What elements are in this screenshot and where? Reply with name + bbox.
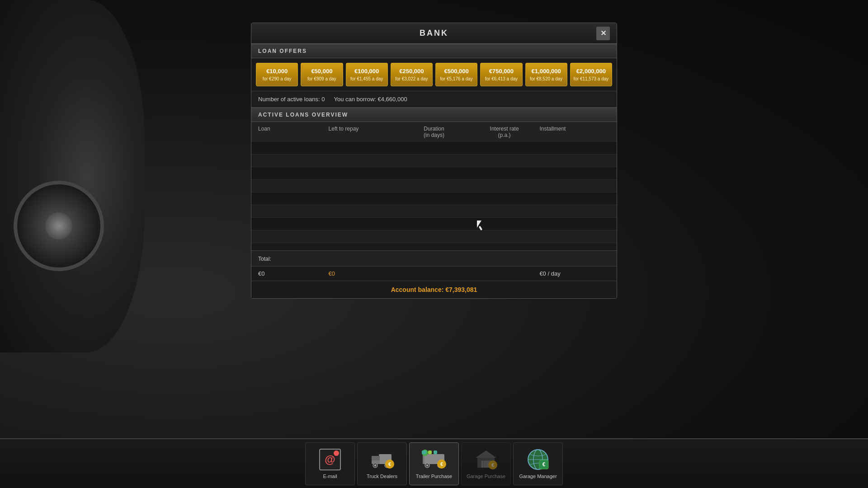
table-cell [258,145,329,151]
table-row [251,142,617,155]
table-cell [469,170,540,176]
col-left-repay: Left to repay [329,126,399,138]
table-cell [469,158,540,164]
table-cell [329,158,399,164]
account-balance-amount: €7,393,081 [445,286,477,293]
table-cell [469,221,540,227]
borrow-amount: €4,660,000 [378,96,407,103]
nav-label-3: Garage Purchase [467,474,505,479]
loan-daily-0: for €290 a day [259,76,295,81]
loan-card-4[interactable]: €500,000 for €5,176 a day [435,63,477,86]
bank-dialog: BANK ✕ LOAN OFFERS €10,000 for €290 a da… [251,23,617,299]
table-row [251,205,617,218]
account-balance-label: Account balance: [391,286,444,293]
svg-marker-13 [476,450,496,458]
loan-amount-0: €10,000 [259,68,295,75]
email-icon: @ [318,447,342,472]
table-cell [539,221,610,227]
loan-daily-4: for €5,176 a day [439,76,474,81]
table-body [251,142,617,250]
close-button[interactable]: ✕ [596,27,610,40]
nav-item-trailer-purchase[interactable]: € ✓ Trailer Purchase [409,442,459,485]
loan-offers-grid: €10,000 for €290 a day €50,000 for €909 … [251,58,617,91]
loan-amount-5: €750,000 [483,68,519,75]
dialog-titlebar: BANK ✕ [251,23,617,44]
table-cell [539,145,610,151]
loan-amount-1: €50,000 [304,68,340,75]
nav-item-e-mail[interactable]: @ E-mail [305,442,355,485]
table-cell [258,208,329,214]
loan-card-2[interactable]: €100,000 for €1,455 a day [346,63,388,86]
table-cell [469,234,540,239]
table-row [251,155,617,167]
table-cell [399,158,469,164]
svg-marker-2 [372,456,380,460]
table-cell [329,196,399,202]
table-cell [399,196,469,202]
total-row: Total: [251,250,617,266]
nav-item-truck-dealers[interactable]: € Truck Dealers [357,442,407,485]
col-installment: Installment [539,126,610,138]
table-cell [258,158,329,164]
loan-daily-5: for €6,413 a day [483,76,519,81]
dialog-title: BANK [420,28,448,38]
table-cell [539,234,610,239]
loan-card-5[interactable]: €750,000 for €6,413 a day [480,63,522,86]
table-cell [399,183,469,189]
account-balance-bar: Account balance: €7,393,081 [251,281,617,298]
col-loan: Loan [258,126,329,138]
table-cell [399,208,469,214]
nav-item-garage-manager[interactable]: € Garage Manager [513,442,563,485]
table-cell [399,170,469,176]
table-cell [539,170,610,176]
total-installment-value: €0 / day [539,270,610,277]
garage-manager-icon: € [526,447,550,472]
nav-item-garage-purchase[interactable]: € Garage Purchase [461,442,511,485]
active-loans-header: ACTIVE LOANS OVERVIEW [251,108,617,122]
table-cell [399,234,469,239]
table-row [251,230,617,243]
total-duration-value [399,270,469,277]
col-duration: Duration(in days) [399,126,469,138]
loan-card-7[interactable]: €2,000,000 for €11,573 a day [570,63,612,86]
table-cell [539,183,610,189]
col-interest: Interest rate(p.a.) [469,126,540,138]
trailer-purchase-icon: € ✓ [422,447,446,472]
garage-purchase-icon: € [474,447,498,472]
bottom-nav: @ E-mail [0,438,868,488]
total-left-value: €0 [329,270,399,277]
loan-daily-6: for €8,520 a day [528,76,564,81]
nav-label-4: Garage Manager [519,474,557,479]
loan-daily-3: for €3,022 a day [394,76,429,81]
table-cell [258,170,329,176]
svg-text:€: € [542,461,546,468]
loan-amount-2: €100,000 [349,68,385,75]
loan-daily-1: for €909 a day [304,76,340,81]
dialog-overlay: BANK ✕ LOAN OFFERS €10,000 for €290 a da… [0,0,868,488]
loan-card-0[interactable]: €10,000 for €290 a day [256,63,298,86]
loan-card-6[interactable]: €1,000,000 for €8,520 a day [525,63,567,86]
table-cell [329,208,399,214]
active-loans-label: Number of active loans: [258,96,320,103]
loan-offers-header: LOAN OFFERS [251,44,617,58]
nav-label-0: E-mail [323,474,337,479]
info-bar: Number of active loans: 0 You can borrow… [251,91,617,108]
table-cell [258,234,329,239]
total-loan-value: €0 [258,270,329,277]
loan-card-1[interactable]: €50,000 for €909 a day [301,63,343,86]
table-cell [539,158,610,164]
table-cell [329,145,399,151]
nav-label-1: Truck Dealers [367,474,397,479]
loan-daily-2: for €1,455 a day [349,76,385,81]
account-balance-text: Account balance: €7,393,081 [391,286,477,293]
borrow-text: You can borrow: €4,660,000 [334,96,407,103]
truck-dealers-icon: € [370,447,394,472]
table-cell [469,196,540,202]
active-loans-text: Number of active loans: 0 [258,96,325,103]
total-label: Total: [258,256,271,262]
loans-table: Loan Left to repay Duration(in days) Int… [251,122,617,250]
nav-label-2: Trailer Purchase [416,474,452,479]
table-cell [469,208,540,214]
loan-card-3[interactable]: €250,000 for €3,022 a day [391,63,433,86]
table-cell [329,183,399,189]
